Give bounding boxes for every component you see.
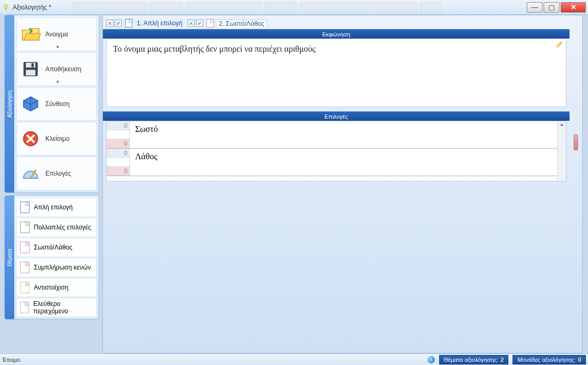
status-topics: Θέματα αξιολόγησης: 2 <box>439 355 509 364</box>
titlebar: Αξιολογητής * — ▢ ✕ <box>0 0 588 15</box>
empty-area <box>106 184 566 350</box>
status-ready: Έτοιμο. <box>2 357 22 363</box>
choice-row[interactable]: 0 0 Λάθος <box>107 149 557 176</box>
svg-rect-4 <box>32 63 34 68</box>
panel-tab-topics[interactable]: Θέματα <box>5 196 14 319</box>
tab-label: 2. Σωστό/Λάθος <box>216 20 267 27</box>
choice-text[interactable]: Σωστό <box>130 121 557 148</box>
type-fillblanks-button[interactable]: Συμπλήρωση κενών <box>16 258 97 277</box>
tab-checkbox[interactable]: ✔ <box>115 20 122 27</box>
choices-list: 0 0 Σωστό 0 0 <box>106 121 566 181</box>
tab-1[interactable]: ✕ ✔ 1. Απλή επιλογή <box>106 17 184 29</box>
panel-tab-evaluation[interactable]: Αξιολόγηση <box>5 15 14 193</box>
scroll-up-icon[interactable]: ▲ <box>559 121 565 127</box>
status-topics-count: 2 <box>500 357 504 363</box>
scrollbar[interactable]: ▲ <box>557 121 566 181</box>
doc-icon <box>20 242 30 253</box>
doc-icon <box>20 201 30 213</box>
floppy-icon <box>20 59 41 80</box>
window-title: Αξιολογητής * <box>13 4 51 11</box>
options-button[interactable]: Επιλογές <box>16 157 97 190</box>
page-icon <box>125 19 132 27</box>
options-label: Επιλογές <box>45 170 71 177</box>
minimize-button[interactable]: — <box>527 2 543 13</box>
open-label: Άνοιγμα <box>45 31 68 38</box>
tab-label: 1. Απλή επιλογή <box>135 20 184 27</box>
svg-rect-3 <box>26 63 35 68</box>
type-label: Πολλαπλές επιλογές <box>34 224 91 231</box>
open-button[interactable]: Άνοιγμα ▾ <box>16 17 97 51</box>
protractor-icon <box>20 163 41 184</box>
close-label: Κλείσιμο <box>45 135 70 142</box>
status-units-count: 0 <box>578 357 581 363</box>
gutter-top: 0 <box>107 149 129 158</box>
maximize-button[interactable]: ▢ <box>544 2 559 13</box>
question-header: Εκφώνηση <box>103 29 570 39</box>
gutter-mid <box>107 158 129 167</box>
compose-button[interactable]: Σύνθεση <box>16 87 97 121</box>
gutter-bottom: 0 <box>107 167 129 176</box>
choice-gutter: 0 0 <box>107 121 130 148</box>
choices-header: Επιλογές <box>103 111 570 121</box>
choice-row[interactable]: 0 0 Σωστό <box>107 121 557 149</box>
tab-checkbox[interactable]: ✔ <box>196 20 203 27</box>
doc-icon <box>20 282 30 293</box>
gutter-bottom: 0 <box>107 139 129 148</box>
doc-icon <box>20 222 30 233</box>
status-topics-label: Θέματα αξιολόγησης: <box>444 357 499 363</box>
status-units-label: Μονάδες αξιολόγησης: <box>517 357 576 363</box>
type-truefalse-button[interactable]: Σωστό/Λάθος <box>16 238 97 257</box>
tabs-bar: ✕ ✔ 1. Απλή επιλογή ✕ ✔ 2. Σωστό/Λάθος <box>103 15 582 29</box>
type-label: Συμπλήρωση κενών <box>34 264 91 271</box>
panel-evaluation: Αξιολόγηση Άνοιγμα ▾ Αποθήκευση ▾ <box>4 15 99 193</box>
close-window-button[interactable]: ✕ <box>561 2 586 13</box>
compose-label: Σύνθεση <box>45 100 70 108</box>
tab-2[interactable]: ✕ ✔ 2. Σωστό/Λάθος <box>187 17 267 29</box>
right-rail <box>570 29 582 353</box>
type-label: Σωστό/Λάθος <box>34 244 72 251</box>
svg-rect-1 <box>5 8 7 9</box>
info-icon: i <box>428 356 435 363</box>
close-button[interactable]: Κλείσιμο <box>16 122 97 156</box>
svg-point-0 <box>4 4 8 8</box>
tab-close-icon[interactable]: ✕ <box>187 20 195 27</box>
status-units: Μονάδες αξιολόγησης: 0 <box>513 355 586 364</box>
background-apps <box>72 2 526 13</box>
choice-text[interactable]: Λάθος <box>130 149 557 176</box>
edit-icon[interactable] <box>555 40 564 49</box>
chevron-down-icon: ▾ <box>56 79 59 84</box>
statusbar: Έτοιμο. i Θέματα αξιολόγησης: 2 Μονάδες … <box>0 353 588 365</box>
tab-close-icon[interactable]: ✕ <box>106 20 113 27</box>
type-label: Απλή επιλογή <box>34 204 73 211</box>
doc-icon <box>20 302 29 313</box>
doc-icon <box>20 262 30 273</box>
folder-open-icon <box>20 24 41 45</box>
chevron-down-icon: ▾ <box>56 44 59 50</box>
svg-rect-5 <box>26 70 35 76</box>
close-circle-icon <box>20 128 41 149</box>
rail-handle[interactable] <box>574 135 578 150</box>
main-area: ✕ ✔ 1. Απλή επιλογή ✕ ✔ 2. Σωστό/Λάθος Ε… <box>102 15 583 353</box>
choice-gutter: 0 0 <box>107 149 130 176</box>
type-multiple-button[interactable]: Πολλαπλές επιλογές <box>16 218 97 237</box>
type-freeform-button[interactable]: Ελεύθερο περιεχόμενο <box>16 298 97 317</box>
gutter-mid <box>107 130 129 139</box>
type-label: Ελεύθερο περιεχόμενο <box>33 300 93 315</box>
question-textarea[interactable]: Το όνομα μιας μεταβλητής δεν μπορεί να π… <box>106 39 566 107</box>
type-matching-button[interactable]: Αντιστοίχιση <box>16 278 97 297</box>
box-icon <box>20 93 41 114</box>
gutter-top: 0 <box>107 121 129 130</box>
save-button[interactable]: Αποθήκευση ▾ <box>16 52 97 86</box>
panel-topics: Θέματα Απλή επιλογή Πολλαπλές επιλογές Σ… <box>4 195 99 320</box>
save-label: Αποθήκευση <box>45 65 81 73</box>
type-single-button[interactable]: Απλή επιλογή <box>16 198 97 217</box>
type-label: Αντιστοίχιση <box>34 284 69 291</box>
bulb-icon <box>2 4 10 11</box>
splitter[interactable]: ········ <box>103 107 570 111</box>
question-text: Το όνομα μιας μεταβλητής δεν μπορεί να π… <box>113 44 316 53</box>
page-icon <box>206 19 214 27</box>
